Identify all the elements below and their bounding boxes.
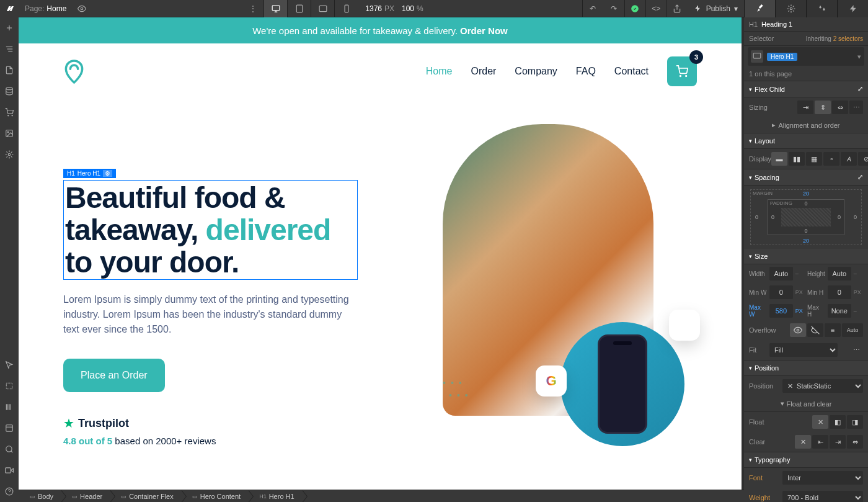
weight-select[interactable]: 700 - Bold [782, 491, 863, 502]
crumb-body[interactable]: ▭Body [19, 490, 61, 502]
float-left-button[interactable]: ◧ [830, 415, 846, 429]
position-select[interactable]: ✕ StaticStatic [782, 379, 863, 393]
canvas[interactable]: We're open and available for takeaway & … [19, 17, 742, 490]
clear-left-button[interactable]: ⇤ [812, 435, 828, 449]
chevron-down-icon[interactable]: ▾ [857, 53, 861, 61]
margin-right-value[interactable]: 0 [854, 214, 857, 220]
share-button[interactable] [666, 0, 688, 17]
overflow-hidden-button[interactable] [807, 323, 823, 337]
preview-button[interactable] [73, 0, 91, 17]
cms-button[interactable] [0, 81, 19, 102]
inheriting-info[interactable]: Inheriting 2 selectors [806, 35, 863, 42]
flex-more-button[interactable]: ⋯ [849, 101, 863, 114]
margin-top-value[interactable]: 20 [803, 190, 809, 197]
display-block-button[interactable]: ▬ [771, 152, 787, 166]
status-saved[interactable] [624, 0, 645, 17]
crumb-header[interactable]: ▭Header [61, 490, 110, 502]
assets-button[interactable] [0, 123, 19, 144]
nav-faq[interactable]: FAQ [576, 66, 596, 77]
webflow-logo[interactable] [0, 0, 19, 17]
expand-icon[interactable]: ⤢ [857, 85, 863, 93]
nav-company[interactable]: Company [515, 66, 557, 77]
section-position[interactable]: ▾Position [744, 361, 868, 376]
selector-chip[interactable]: Hero H1 [767, 53, 797, 61]
section-spacing[interactable]: ▾Spacing⤢ [744, 169, 868, 186]
ecommerce-button[interactable] [0, 102, 19, 123]
height-input[interactable] [828, 267, 851, 280]
tab-interactions[interactable] [837, 0, 868, 17]
canvas-width[interactable]: 1376 [365, 4, 382, 13]
fit-select[interactable]: Fill [769, 343, 838, 357]
overflow-auto-button[interactable]: Auto [842, 323, 863, 337]
width-input[interactable] [769, 267, 793, 280]
padding-right-value[interactable]: 0 [838, 214, 841, 220]
display-inline-button[interactable]: 𝘈 [841, 152, 857, 166]
padding-top-value[interactable]: 0 [804, 200, 807, 207]
clear-right-button[interactable]: ⇥ [830, 435, 846, 449]
display-flex-button[interactable]: ▮▮ [789, 152, 805, 166]
video-button[interactable] [0, 460, 19, 481]
float-right-button[interactable]: ◨ [847, 415, 863, 429]
crumb-hero-h1[interactable]: H1Hero H1 [248, 490, 301, 502]
padding-left-value[interactable]: 0 [771, 214, 774, 220]
menu-button[interactable]: ⋮ [242, 0, 264, 17]
tab-style[interactable] [744, 0, 775, 17]
float-clear-row[interactable]: ▾Float and clear [744, 396, 868, 412]
flex-grow-button[interactable]: ⇕ [815, 101, 831, 114]
spacing-box-model[interactable]: MARGIN PADDING 20 20 0 0 0 0 0 0 [750, 189, 862, 245]
tab-style-manager[interactable] [806, 0, 837, 17]
page-selector[interactable]: Page: Home [19, 4, 73, 13]
add-element-button[interactable] [0, 17, 19, 38]
crumb-container[interactable]: ▭Container Flex [110, 490, 181, 502]
device-tablet[interactable] [287, 0, 311, 17]
navigator-button[interactable] [0, 38, 19, 60]
display-none-button[interactable]: ⊘ [858, 152, 868, 166]
on-page-row[interactable]: 1 on this page [744, 67, 868, 81]
section-typography[interactable]: ▾Typography [744, 452, 868, 468]
site-logo[interactable] [63, 58, 85, 86]
minw-input[interactable] [769, 285, 793, 299]
flex-none-button[interactable]: ⇔ [832, 101, 848, 114]
device-mobile[interactable] [334, 0, 358, 17]
nav-contact[interactable]: Contact [614, 66, 649, 77]
display-inline-block-button[interactable]: ▫ [823, 152, 839, 166]
overflow-scroll-button[interactable]: ≡ [825, 323, 841, 337]
device-desktop[interactable] [264, 0, 287, 17]
crumb-hero-content[interactable]: ▭Hero Content [181, 490, 248, 502]
maxw-input[interactable] [769, 304, 793, 318]
help-button[interactable] [0, 481, 19, 502]
margin-bottom-value[interactable]: 20 [803, 238, 809, 244]
section-layout[interactable]: ▾Layout [744, 133, 868, 149]
nav-home[interactable]: Home [426, 66, 453, 77]
fit-more-button[interactable]: ⋯ [851, 346, 863, 354]
settings-button[interactable] [0, 144, 19, 165]
display-grid-button[interactable]: ▦ [806, 152, 822, 166]
hero-h1[interactable]: Beautiful food & takeaway, delivered to … [63, 180, 358, 280]
minh-input[interactable] [828, 285, 851, 299]
grid-button[interactable] [0, 397, 19, 418]
cart-button[interactable]: 3 [667, 56, 697, 86]
padding-bottom-value[interactable]: 0 [804, 228, 807, 234]
alignment-row[interactable]: ▸Alignment and order [744, 117, 868, 133]
breakpoint-icon[interactable] [751, 50, 763, 63]
font-select[interactable]: Inter [782, 471, 863, 485]
banner-link[interactable]: Order Now [460, 25, 508, 36]
hero-cta-button[interactable]: Place an Order [63, 359, 165, 392]
publish-button[interactable]: Publish ▾ [688, 4, 744, 13]
section-size[interactable]: ▾Size [744, 249, 868, 264]
hero-subtitle[interactable]: Lorem Ipsum is simply dummy text of the … [63, 292, 358, 337]
element-selection-label[interactable]: H1 Hero H1 ⚙ [63, 169, 116, 178]
checklist-button[interactable] [0, 418, 19, 439]
selector-input[interactable]: Hero H1 ▾ [748, 47, 864, 66]
tab-settings[interactable] [775, 0, 806, 17]
code-export-button[interactable]: <> [645, 0, 666, 17]
guide-button[interactable] [0, 375, 19, 397]
overflow-visible-button[interactable] [790, 323, 806, 337]
undo-button[interactable]: ↶ [582, 0, 603, 17]
nav-order[interactable]: Order [471, 66, 496, 77]
search-button[interactable] [0, 439, 19, 460]
clear-none-button[interactable]: ✕ [795, 435, 811, 449]
canvas-zoom[interactable]: 100 [402, 4, 414, 13]
redo-button[interactable]: ↷ [603, 0, 624, 17]
float-none-button[interactable]: ✕ [812, 415, 828, 429]
